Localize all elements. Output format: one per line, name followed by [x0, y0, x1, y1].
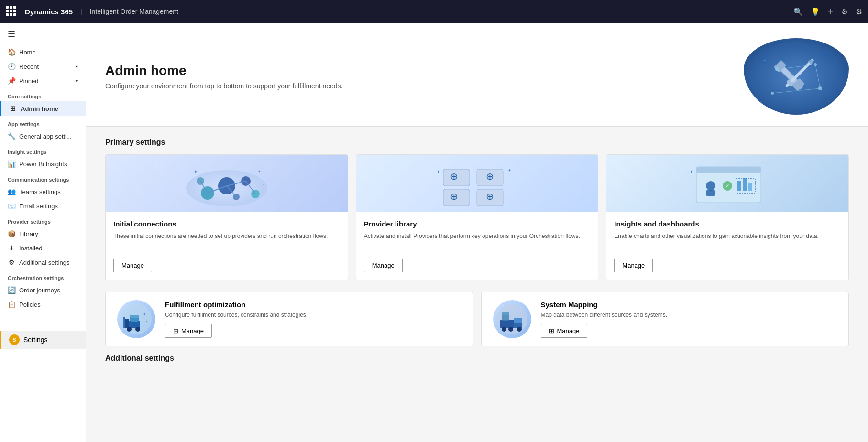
hero-image: ✦ ✦ • • — [744, 38, 849, 115]
hero-section: Admin home Configure your environment fr… — [86, 23, 868, 127]
provider-library-manage-button[interactable]: Manage — [364, 259, 403, 272]
svg-text:✓: ✓ — [725, 183, 730, 189]
svg-text:•: • — [830, 95, 831, 99]
settings-label: Settings — [23, 336, 48, 344]
chevron-down-icon: ▾ — [76, 64, 78, 69]
search-icon[interactable]: 🔍 — [793, 7, 803, 16]
home-icon: 🏠 — [8, 48, 15, 56]
email-icon: 📧 — [8, 202, 15, 210]
policies-icon: 📋 — [8, 301, 15, 308]
avatar: S — [9, 334, 20, 345]
svg-rect-56 — [123, 317, 125, 328]
insight-settings-header: Insight settings — [0, 143, 86, 157]
provider-library-title: Provider library — [364, 220, 591, 228]
provider-library-body: Provider library Activate and install Pr… — [356, 212, 598, 280]
network-illustration: ✦ ✦ • — [184, 160, 270, 207]
svg-point-58 — [135, 327, 140, 332]
filter-icon[interactable]: ⚙ — [841, 7, 848, 16]
insights-dashboards-image: ✓ ✦ — [606, 155, 848, 212]
app-settings-header: App settings — [0, 116, 86, 129]
chevron-down-icon: ▾ — [76, 78, 78, 84]
content-area: Primary settings — [86, 127, 868, 382]
svg-line-11 — [815, 65, 820, 88]
sidebar-item-email[interactable]: 📧 Email settings — [0, 199, 86, 213]
insights-dashboards-card: ✓ ✦ Insights and dashboards — [606, 154, 849, 280]
provider-library-image: ⊕ ⊕ ⊕ ⊕ ✦ ✦ — [356, 155, 598, 212]
svg-text:⊕: ⊕ — [486, 191, 494, 202]
insights-illustration: ✓ ✦ — [684, 160, 770, 207]
sidebar-item-pinned[interactable]: 📌 Pinned ▾ — [0, 74, 86, 88]
svg-text:⊕: ⊕ — [450, 171, 458, 182]
fulfillment-optimization-manage-button[interactable]: ⊞ Manage — [165, 324, 212, 338]
svg-point-44 — [706, 181, 715, 191]
insights-dashboards-body: Insights and dashboards Enable charts an… — [606, 212, 848, 280]
sidebar-hamburger[interactable]: ☰ — [0, 23, 86, 45]
svg-point-57 — [127, 327, 132, 332]
primary-cards-grid: ✦ ✦ • Initial connections These initial … — [105, 154, 849, 280]
sidebar-item-general-app[interactable]: 🔧 General app setti... — [0, 129, 86, 143]
plus-icon[interactable]: + — [828, 6, 834, 17]
lightbulb-icon[interactable]: 💡 — [811, 7, 820, 16]
additional-icon: ⚙ — [8, 259, 15, 266]
initial-connections-body: Initial connections These initial connec… — [106, 212, 348, 280]
sidebar-item-order-journeys[interactable]: 🔄 Order journeys — [0, 283, 86, 297]
app-title: Intelligent Order Management — [90, 8, 178, 15]
sidebar-item-library[interactable]: 📦 Library — [0, 226, 86, 241]
main-content: Admin home Configure your environment fr… — [86, 23, 868, 442]
sidebar-item-settings[interactable]: S Settings — [0, 331, 86, 349]
hero-illustration: ✦ ✦ • • — [748, 41, 844, 112]
svg-text:✦: ✦ — [689, 169, 694, 175]
svg-rect-66 — [514, 318, 522, 323]
fulfillment-illustration: ✦ • — [120, 302, 153, 336]
hero-subtitle: Configure your environment from top to b… — [105, 82, 342, 90]
svg-rect-60 — [130, 315, 139, 318]
fulfillment-optimization-card: ✦ • Fulfillment optimization Configure f… — [105, 292, 473, 346]
sidebar-item-power-bi[interactable]: 📊 Power Bi Insights — [0, 157, 86, 171]
system-mapping-card: System Mapping Map data between differen… — [481, 292, 849, 346]
nav-separator: | — [80, 8, 82, 15]
sidebar-item-home[interactable]: 🏠 Home — [0, 45, 86, 59]
settings-icon[interactable]: ⚙ — [856, 7, 862, 16]
sidebar-item-recent[interactable]: 🕐 Recent ▾ — [0, 59, 86, 74]
recent-icon: 🕐 — [8, 63, 15, 70]
gear-icon: 🔧 — [8, 132, 15, 140]
download-icon: ⬇ — [8, 244, 15, 252]
primary-settings-title: Primary settings — [105, 138, 849, 147]
svg-text:✦: ✦ — [436, 169, 441, 175]
insights-dashboards-manage-button[interactable]: Manage — [614, 259, 653, 272]
initial-connections-manage-button[interactable]: Manage — [113, 259, 152, 272]
sidebar-item-policies[interactable]: 📋 Policies — [0, 297, 86, 312]
fulfillment-optimization-content: Fulfillment optimization Configure fulfi… — [165, 301, 461, 338]
page-title: Admin home — [105, 63, 342, 78]
system-mapping-icon — [493, 300, 531, 338]
svg-text:•: • — [760, 99, 762, 104]
sidebar-item-additional[interactable]: ⚙ Additional settings — [0, 255, 86, 270]
journey-icon: 🔄 — [8, 286, 15, 294]
sidebar-item-installed[interactable]: ⬇ Installed — [0, 241, 86, 255]
fulfillment-optimization-title: Fulfillment optimization — [165, 301, 461, 309]
waffle-menu[interactable] — [6, 6, 17, 17]
teams-icon: 👥 — [8, 188, 15, 195]
wide-cards-grid: ✦ • Fulfillment optimization Configure f… — [105, 292, 849, 346]
svg-rect-45 — [706, 190, 715, 196]
sidebar-item-admin-home[interactable]: ⊞ Admin home — [0, 101, 86, 116]
svg-point-67 — [502, 327, 506, 332]
svg-text:✦: ✦ — [508, 168, 511, 172]
sidebar-item-teams[interactable]: 👥 Teams settings — [0, 184, 86, 199]
system-mapping-manage-button[interactable]: ⊞ Manage — [541, 324, 588, 338]
svg-text:✦: ✦ — [258, 170, 261, 174]
system-mapping-illustration — [495, 302, 529, 336]
sidebar: ☰ 🏠 Home 🕐 Recent ▾ 📌 Pinned ▾ Core sett… — [0, 23, 86, 442]
system-mapping-title: System Mapping — [541, 301, 837, 309]
insights-dashboards-title: Insights and dashboards — [614, 220, 841, 228]
core-settings-header: Core settings — [0, 88, 86, 101]
additional-settings-title: Additional settings — [105, 354, 849, 363]
system-mapping-content: System Mapping Map data between differen… — [541, 301, 837, 338]
svg-rect-49 — [743, 178, 747, 191]
grid-icon: ⊞ — [9, 105, 17, 112]
orchestration-settings-header: Orchestration settings — [0, 270, 86, 283]
provider-illustration: ⊕ ⊕ ⊕ ⊕ ✦ ✦ — [434, 160, 520, 207]
svg-rect-43 — [696, 167, 761, 173]
manage-icon: ⊞ — [549, 327, 554, 334]
svg-rect-48 — [737, 181, 741, 191]
